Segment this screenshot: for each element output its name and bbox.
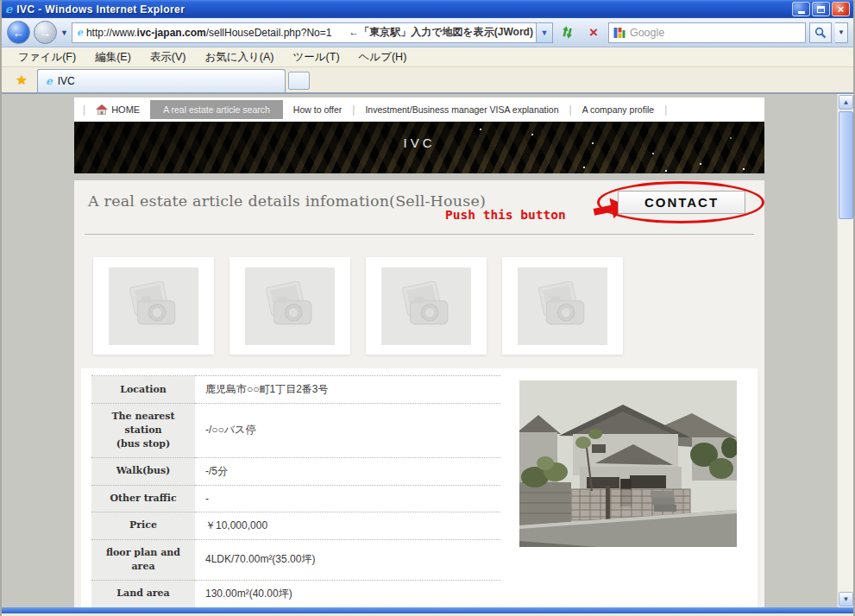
row-label: Land area: [91, 580, 195, 607]
nav-divider: |: [352, 104, 355, 116]
home-icon: [96, 104, 108, 115]
camera-placeholder-icon: [381, 267, 471, 345]
main-area: A real estate article details infomation…: [74, 180, 764, 607]
row-label: Location: [91, 376, 195, 404]
jword-hint-text: ←「東京駅」入力で地図を表示(JWord): [349, 25, 536, 40]
stop-button[interactable]: ×: [582, 22, 605, 44]
menu-file[interactable]: ファイル(F): [9, 47, 85, 67]
title-bar: e IVC - Windows Internet Explorer ×: [2, 0, 853, 18]
restore-button[interactable]: [812, 2, 830, 16]
address-bar[interactable]: e http://www.ivc-japan.com/sellHouseDeta…: [72, 22, 553, 43]
minimize-button[interactable]: [792, 2, 810, 16]
row-value: ￥10,000,000: [195, 512, 500, 539]
table-row: floor plan and area4LDK/70.00m²(35.00坪): [91, 539, 500, 580]
nav-how-to-offer[interactable]: How to offer: [293, 104, 342, 115]
table-row: Location鹿児島市○○町1丁目2番3号: [91, 376, 500, 404]
row-value: -/○○バス停: [195, 404, 500, 458]
row-value: 鹿児島市○○町1丁目2番3号: [195, 376, 500, 404]
stop-icon: ×: [589, 25, 598, 40]
scrollbar-thumb[interactable]: [839, 111, 853, 219]
camera-placeholder-icon: [245, 267, 335, 345]
heading-row: A real estate article details infomation…: [85, 180, 754, 230]
window-title: IVC - Windows Internet Explorer: [16, 3, 788, 16]
window-bottom-border: [2, 607, 853, 613]
nav-home-label: HOME: [111, 104, 140, 115]
tab-favicon: e: [46, 76, 53, 86]
magnifier-icon: [814, 27, 827, 39]
minimize-icon: [798, 11, 805, 14]
restore-icon: [817, 6, 825, 13]
banner-title: IVC: [74, 135, 764, 150]
page-content: | HOME A real estate article search How …: [74, 97, 764, 607]
ie-logo-icon: e: [5, 3, 12, 15]
tab-bar: ★ e IVC: [2, 67, 853, 94]
url-text: http://www.ivc-japan.com/sellHouseDetail…: [86, 27, 331, 39]
nav-divider: |: [569, 104, 572, 116]
search-go-button[interactable]: [809, 22, 832, 43]
address-dropdown-button[interactable]: ▼: [536, 23, 552, 42]
camera-placeholder-icon: [109, 267, 198, 345]
menu-tools[interactable]: ツール(T): [284, 47, 349, 67]
thumbnail-placeholder-1[interactable]: [93, 257, 214, 355]
vertical-scrollbar[interactable]: ▲ ▼: [837, 94, 853, 607]
camera-placeholder-icon: [518, 267, 607, 345]
row-value: -: [195, 485, 500, 512]
property-details-panel: Location鹿児島市○○町1丁目2番3号 The nearest stati…: [81, 368, 758, 607]
favorites-star-button[interactable]: ★: [6, 69, 37, 91]
nav-home[interactable]: HOME: [96, 104, 140, 115]
table-row: Walk(bus)-/5分: [91, 457, 500, 485]
browser-window: e IVC - Windows Internet Explorer × ← → …: [0, 0, 855, 616]
site-navigation: | HOME A real estate article search How …: [74, 97, 764, 122]
row-label: The nearest station (bus stop): [91, 404, 195, 458]
tab-title: IVC: [58, 75, 75, 87]
menu-bar: ファイル(F) 編集(E) 表示(V) お気に入り(A) ツール(T) ヘルプ(…: [2, 47, 853, 67]
row-label: floor plan and area: [91, 539, 195, 580]
nav-company-profile[interactable]: A company profile: [582, 104, 654, 115]
page-title: A real estate article details infomation…: [88, 192, 486, 210]
table-row: Price￥10,000,000: [91, 512, 500, 539]
search-options-dropdown[interactable]: ▼: [835, 22, 848, 43]
row-label: Other traffic: [91, 485, 195, 512]
history-dropdown-icon[interactable]: ▼: [60, 28, 68, 37]
search-input[interactable]: [630, 27, 801, 39]
row-value: -/5分: [195, 457, 500, 485]
scroll-down-button[interactable]: ▼: [839, 592, 853, 607]
table-row: The nearest station (bus stop)-/○○バス停: [91, 404, 500, 458]
google-logo-icon: [613, 27, 626, 39]
property-details-table: Location鹿児島市○○町1丁目2番3号 The nearest stati…: [91, 375, 500, 607]
scroll-up-button[interactable]: ▲: [839, 95, 853, 110]
menu-favorites[interactable]: お気に入り(A): [195, 47, 283, 67]
page-viewport: | HOME A real estate article search How …: [2, 94, 853, 607]
nav-divider: |: [664, 104, 667, 116]
row-value: 4LDK/70.00m²(35.00坪): [195, 539, 500, 580]
nav-article-search[interactable]: A real estate article search: [150, 100, 283, 119]
close-button[interactable]: ×: [832, 2, 850, 16]
heading-divider: [85, 234, 754, 235]
thumbnail-placeholder-2[interactable]: [229, 257, 350, 355]
search-box: [608, 22, 806, 43]
forward-button[interactable]: →: [34, 21, 57, 44]
banner-lights: [480, 129, 481, 130]
menu-edit[interactable]: 編集(E): [85, 47, 141, 67]
push-annotation: Push this button: [445, 208, 566, 222]
row-label: Walk(bus): [91, 457, 195, 485]
nav-visa-explanation[interactable]: Investment/Business manager VISA explana…: [365, 104, 558, 115]
contact-area: CONTACT: [611, 185, 751, 218]
tab-ivc[interactable]: e IVC: [37, 69, 286, 92]
page-icon: e: [77, 28, 83, 37]
menu-help[interactable]: ヘルプ(H): [349, 47, 417, 67]
red-circle-annotation: [597, 181, 764, 223]
menu-view[interactable]: 表示(V): [141, 47, 196, 67]
row-value: 130.00m²(40.00坪): [195, 580, 500, 607]
refresh-button[interactable]: [556, 22, 579, 44]
new-tab-button[interactable]: [288, 72, 310, 90]
thumbnail-placeholder-3[interactable]: [366, 257, 487, 355]
back-button[interactable]: ←: [7, 21, 30, 44]
close-icon: ×: [838, 3, 845, 15]
thumbnail-placeholder-4[interactable]: [502, 257, 623, 355]
house-photo: [519, 380, 737, 547]
site-banner: IVC: [74, 122, 764, 173]
refresh-icon: [561, 26, 574, 39]
address-toolbar: ← → ▼ e http://www.ivc-japan.com/sellHou…: [2, 18, 853, 47]
row-label: Price: [91, 512, 195, 539]
